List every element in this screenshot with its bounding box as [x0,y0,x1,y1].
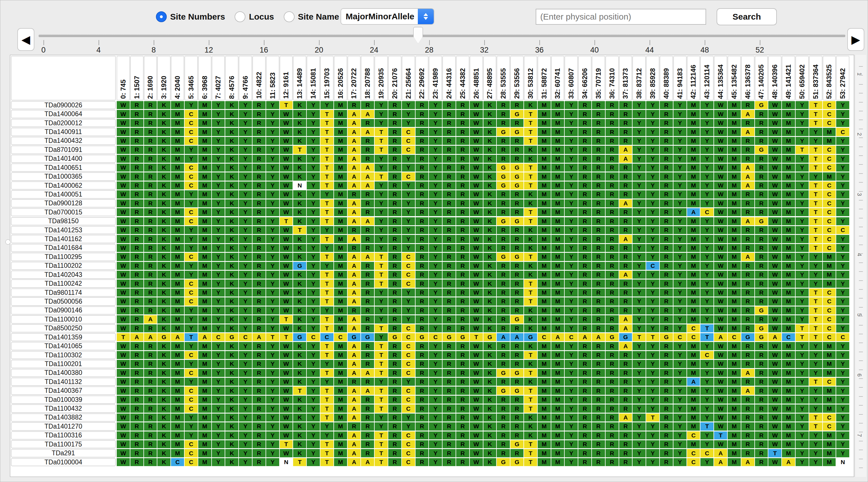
genotype-cell[interactable]: R [144,146,157,154]
genotype-cell[interactable]: R [619,119,632,127]
genotype-cell[interactable]: R [497,422,510,430]
genotype-cell[interactable]: Y [565,128,578,136]
genotype-cell[interactable]: Y [632,422,646,430]
genotype-cell[interactable]: M [728,414,741,422]
genotype-cell[interactable]: R [361,279,374,288]
genotype-cell[interactable]: K [293,163,306,172]
genotype-cell[interactable]: Y [646,440,659,448]
genotype-cell[interactable]: R [415,342,429,350]
genotype-cell[interactable]: R [619,253,632,261]
genotype-cell[interactable]: R [456,458,469,466]
genotype-cell[interactable]: A [619,155,632,163]
genotype-cell[interactable]: R [415,315,429,323]
genotype-cell[interactable]: W [714,155,727,163]
genotype-cell[interactable]: R [415,128,429,136]
genotype-cell[interactable]: Y [836,146,849,154]
genotype-cell[interactable]: R [388,253,401,261]
genotype-cell[interactable]: M [823,172,836,180]
genotype-cell[interactable]: R [456,110,469,118]
genotype-cell[interactable]: C [402,271,415,279]
genotype-cell[interactable]: Y [701,387,713,394]
genotype-cell[interactable]: W [714,351,727,359]
genotype-cell[interactable]: Y [565,110,578,118]
genotype-cell[interactable]: K [157,262,170,270]
genotype-cell[interactable]: K [524,235,537,243]
genotype-cell[interactable]: R [130,128,144,136]
genotype-cell[interactable]: W [768,369,781,377]
genotype-cell[interactable]: R [497,351,510,359]
genotype-cell[interactable]: W [470,351,483,359]
genotype-cell[interactable]: R [442,226,456,234]
genotype-cell[interactable]: M [198,155,211,163]
taxon-row-label[interactable]: TDa1400432 [11,137,116,145]
genotype-cell[interactable]: W [470,271,483,279]
genotype-cell[interactable]: Y [402,163,415,172]
genotype-cell[interactable]: C [402,369,415,377]
genotype-cell[interactable]: Y [674,279,686,288]
genotype-cell[interactable]: Y [796,378,809,386]
genotype-cell[interactable]: R [388,431,401,440]
genotype-cell[interactable]: R [252,190,266,198]
genotype-cell[interactable]: R [497,110,510,118]
genotype-cell[interactable]: Y [646,155,659,163]
genotype-cell[interactable]: A [348,351,361,359]
genotype-cell[interactable]: Y [266,396,279,403]
genotype-cell[interactable]: M [687,110,700,118]
genotype-cell[interactable]: Y [266,404,279,413]
genotype-cell[interactable]: R [442,315,456,323]
genotype-cell[interactable]: K [225,306,238,314]
genotype-cell[interactable]: M [198,128,211,136]
genotype-cell[interactable]: T [809,163,822,172]
genotype-cell[interactable]: K [225,181,238,189]
genotype-cell[interactable]: C [836,128,849,136]
site-header[interactable]: 34: 66206 [578,56,591,100]
genotype-cell[interactable]: K [157,351,170,359]
genotype-cell[interactable]: C [185,458,198,466]
genotype-cell[interactable]: M [551,342,564,350]
genotype-cell[interactable]: Y [674,351,686,359]
genotype-cell[interactable]: G [524,333,537,341]
genotype-cell[interactable]: Y [646,110,659,118]
genotype-cell[interactable]: K [484,172,496,180]
genotype-cell[interactable]: C [823,422,836,430]
genotype-cell[interactable]: R [497,271,510,279]
genotype-cell[interactable]: G [606,333,619,341]
genotype-cell[interactable]: A [361,163,374,172]
genotype-cell[interactable]: R [660,351,673,359]
genotype-cell[interactable]: A [714,333,727,341]
genotype-cell[interactable]: N [836,458,849,466]
genotype-cell[interactable]: Y [239,119,252,127]
genotype-cell[interactable]: R [130,404,144,413]
genotype-cell[interactable]: Y [239,190,252,198]
genotype-cell[interactable]: Y [375,414,388,422]
genotype-cell[interactable]: Y [632,342,646,350]
genotype-cell[interactable]: Y [266,163,279,172]
genotype-cell[interactable]: R [456,422,469,430]
genotype-cell[interactable]: R [442,449,456,457]
genotype-cell[interactable]: T [809,324,822,332]
genotype-cell[interactable]: R [510,200,524,207]
genotype-cell[interactable]: M [334,458,347,466]
genotype-cell[interactable]: R [456,253,469,261]
genotype-cell[interactable]: Y [836,396,849,403]
genotype-cell[interactable]: R [442,244,456,252]
genotype-cell[interactable]: T [185,333,198,341]
genotype-cell[interactable]: A [348,119,361,127]
genotype-cell[interactable]: T [524,458,537,466]
genotype-cell[interactable]: A [348,360,361,368]
genotype-cell[interactable]: R [660,137,673,145]
genotype-cell[interactable]: Y [185,155,198,163]
genotype-cell[interactable]: K [225,244,238,252]
genotype-cell[interactable]: Y [701,101,713,109]
genotype-cell[interactable]: R [415,387,429,394]
genotype-cell[interactable]: Y [632,306,646,314]
genotype-cell[interactable]: M [198,137,211,145]
site-header[interactable]: 26: 48851 [470,56,483,100]
genotype-cell[interactable]: M [551,306,564,314]
genotype-cell[interactable]: M [551,360,564,368]
genotype-cell[interactable]: W [768,422,781,430]
genotype-cell[interactable]: Y [375,315,388,323]
genotype-cell[interactable]: K [293,449,306,457]
genotype-cell[interactable]: K [484,297,496,305]
genotype-cell[interactable]: M [782,306,795,314]
